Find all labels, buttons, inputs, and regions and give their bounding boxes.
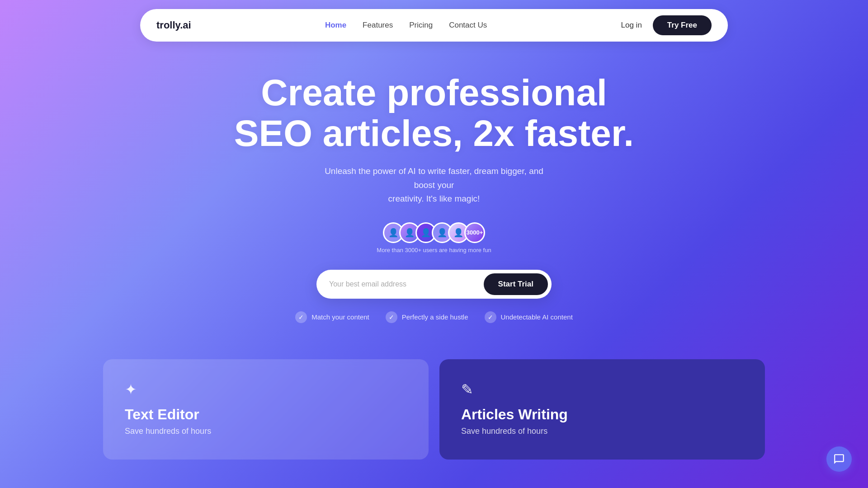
email-input[interactable] [329, 280, 484, 288]
articles-writing-card[interactable]: ✎ Articles Writing Save hundreds of hour… [439, 359, 765, 460]
text-editor-card[interactable]: ✦ Text Editor Save hundreds of hours [103, 359, 429, 460]
features-row: ✓ Match your content ✓ Perfectly a side … [0, 311, 868, 323]
hero-headline: Create professional SEO articles, 2x fas… [0, 72, 868, 154]
start-trial-button[interactable]: Start Trial [484, 273, 548, 295]
chat-button[interactable] [826, 446, 852, 472]
nav-contact[interactable]: Contact Us [449, 21, 487, 30]
hero-subtext-line1: Unleash the power of AI to write faster,… [325, 166, 543, 189]
avatar-text: More than 3000+ users are having more fu… [0, 247, 868, 253]
articles-writing-subtitle: Save hundreds of hours [461, 427, 743, 436]
chat-icon [833, 453, 845, 465]
logo-text: trolly.ai [156, 19, 191, 31]
articles-writing-title: Articles Writing [461, 406, 743, 423]
cards-section: ✦ Text Editor Save hundreds of hours ✎ A… [0, 323, 868, 487]
hero-subtext-line2: creativity. It's like magic! [388, 194, 480, 203]
avatar-row: 👤 👤 👤 👤 👤 3000+ [0, 222, 868, 243]
nav-pricing[interactable]: Pricing [409, 21, 433, 30]
hero-subtext: Unleash the power of AI to write faster,… [321, 164, 547, 206]
text-editor-title: Text Editor [125, 406, 407, 423]
feature-3: ✓ Undetectable AI content [485, 311, 573, 323]
nav-right: Log in Try Free [621, 15, 712, 35]
feature-label-3: Undetectable AI content [501, 313, 573, 321]
articles-writing-icon: ✎ [461, 381, 743, 398]
feature-2: ✓ Perfectly a side hustle [386, 311, 468, 323]
feature-1: ✓ Match your content [295, 311, 369, 323]
hero-section: Create professional SEO articles, 2x fas… [0, 0, 868, 323]
login-button[interactable]: Log in [621, 21, 642, 30]
headline-line2: SEO articles, 2x faster. [234, 113, 634, 154]
nav-links: Home Features Pricing Contact Us [325, 21, 487, 30]
email-form: Start Trial [316, 270, 552, 299]
check-icon-3: ✓ [485, 311, 496, 323]
avatar-count: 3000+ [464, 222, 485, 243]
logo[interactable]: trolly.ai [156, 19, 191, 31]
try-free-button[interactable]: Try Free [653, 15, 712, 35]
headline-line1: Create professional [261, 72, 607, 113]
check-icon-1: ✓ [295, 311, 307, 323]
text-editor-subtitle: Save hundreds of hours [125, 427, 407, 436]
feature-label-1: Match your content [311, 313, 369, 321]
nav-features[interactable]: Features [363, 21, 393, 30]
navbar: trolly.ai Home Features Pricing Contact … [140, 9, 728, 42]
feature-label-2: Perfectly a side hustle [402, 313, 468, 321]
text-editor-icon: ✦ [125, 381, 407, 398]
nav-home[interactable]: Home [325, 21, 346, 30]
check-icon-2: ✓ [386, 311, 397, 323]
